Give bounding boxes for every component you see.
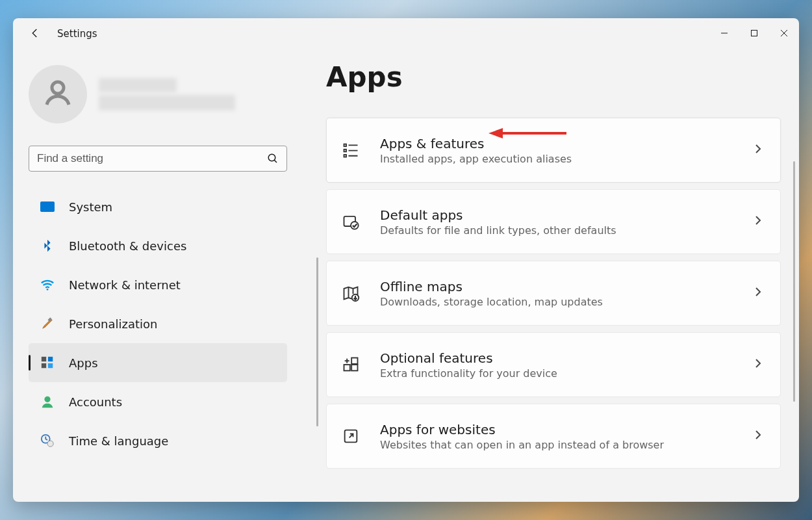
sidebar-item-time-language[interactable]: Time & language: [29, 421, 287, 460]
title-bar: Settings: [13, 18, 799, 49]
profile-text: [99, 78, 235, 110]
sidebar-item-system[interactable]: System: [29, 187, 287, 226]
chevron-right-icon: [753, 215, 766, 228]
back-arrow-icon: [29, 27, 41, 41]
sidebar: System Bluetooth & devices Network & int…: [13, 49, 318, 502]
svg-rect-1: [752, 30, 757, 36]
app-title: Settings: [57, 28, 97, 40]
card-title: Default apps: [380, 207, 733, 223]
card-text: Apps for websites Websites that can open…: [380, 422, 733, 451]
account-icon: [40, 395, 55, 409]
back-button[interactable]: [22, 21, 48, 47]
sidebar-item-label: Personalization: [69, 317, 157, 331]
person-icon: [42, 77, 73, 111]
svg-rect-17: [344, 150, 347, 152]
svg-rect-31: [351, 358, 357, 364]
sidebar-item-label: Time & language: [69, 434, 168, 448]
profile-block[interactable]: [29, 65, 303, 124]
content-area: System Bluetooth & devices Network & int…: [13, 49, 799, 502]
close-button[interactable]: [769, 18, 799, 49]
maximize-button[interactable]: [739, 18, 769, 49]
svg-point-13: [44, 396, 50, 402]
search-field[interactable]: [29, 146, 287, 172]
sidebar-item-label: Accounts: [69, 395, 122, 409]
search-icon: [267, 153, 279, 167]
minimize-button[interactable]: [709, 18, 739, 49]
sidebar-item-personalization[interactable]: Personalization: [29, 304, 287, 343]
sidebar-item-label: Bluetooth & devices: [69, 239, 186, 253]
bluetooth-icon: [40, 239, 55, 253]
map-download-icon: [341, 283, 361, 303]
clock-globe-icon: [40, 434, 55, 448]
default-apps-icon: [341, 212, 361, 231]
close-icon: [780, 29, 788, 39]
card-title: Apps for websites: [380, 422, 733, 437]
nav-list: System Bluetooth & devices Network & int…: [29, 187, 287, 460]
optional-features-icon: [341, 355, 361, 374]
avatar: [29, 65, 87, 124]
sidebar-item-accounts[interactable]: Accounts: [29, 382, 287, 421]
card-subtitle: Downloads, storage location, map updates: [380, 296, 733, 308]
page-title: Apps: [326, 61, 781, 93]
optional-features-item[interactable]: Optional features Extra functionality fo…: [326, 332, 781, 397]
chevron-right-icon: [753, 144, 766, 157]
svg-point-5: [268, 154, 275, 161]
card-subtitle: Installed apps, app execution aliases: [380, 153, 733, 165]
main-panel: Apps Apps & features Installed apps, app…: [318, 49, 799, 502]
svg-rect-29: [344, 365, 350, 370]
chevron-right-icon: [753, 287, 766, 300]
svg-point-7: [47, 289, 49, 291]
card-text: Default apps Defaults for file and link …: [380, 207, 733, 237]
settings-list: Apps & features Installed apps, app exec…: [326, 118, 781, 469]
card-subtitle: Defaults for file and link types, other …: [380, 224, 733, 237]
search-input[interactable]: [37, 152, 259, 165]
card-subtitle: Extra functionality for your device: [380, 367, 733, 380]
wifi-icon: [40, 279, 55, 291]
account-name-redacted: [99, 78, 177, 92]
card-text: Optional features Extra functionality fo…: [380, 350, 733, 380]
sidebar-item-bluetooth[interactable]: Bluetooth & devices: [29, 226, 287, 265]
card-subtitle: Websites that can open in an app instead…: [380, 439, 733, 451]
maximize-icon: [750, 29, 758, 39]
open-external-icon: [341, 426, 361, 446]
apps-features-item[interactable]: Apps & features Installed apps, app exec…: [326, 118, 781, 183]
svg-line-6: [274, 160, 277, 162]
monitor-icon: [40, 200, 55, 214]
svg-rect-9: [42, 357, 46, 361]
default-apps-item[interactable]: Default apps Defaults for file and link …: [326, 189, 781, 254]
card-title: Optional features: [380, 350, 733, 366]
svg-rect-16: [344, 144, 347, 147]
apps-icon: [40, 356, 55, 370]
svg-point-15: [47, 441, 53, 447]
settings-window: Settings: [13, 18, 799, 502]
card-text: Apps & features Installed apps, app exec…: [380, 136, 733, 165]
svg-point-4: [52, 82, 64, 94]
svg-rect-18: [344, 155, 347, 157]
account-email-redacted: [99, 95, 235, 110]
offline-maps-item[interactable]: Offline maps Downloads, storage location…: [326, 261, 781, 326]
apps-for-websites-item[interactable]: Apps for websites Websites that can open…: [326, 404, 781, 469]
svg-rect-10: [48, 357, 53, 361]
card-title: Offline maps: [380, 279, 733, 294]
sidebar-item-label: System: [69, 200, 112, 214]
svg-rect-30: [351, 365, 357, 370]
minimize-icon: [720, 29, 728, 39]
sidebar-item-apps[interactable]: Apps: [29, 343, 287, 382]
svg-rect-12: [48, 363, 53, 368]
card-title: Apps & features: [380, 136, 733, 151]
list-icon: [341, 140, 361, 160]
sidebar-item-network[interactable]: Network & internet: [29, 265, 287, 304]
chevron-right-icon: [753, 358, 766, 371]
sidebar-item-label: Apps: [69, 356, 98, 370]
card-text: Offline maps Downloads, storage location…: [380, 279, 733, 308]
svg-rect-11: [42, 363, 46, 368]
sidebar-item-label: Network & internet: [69, 278, 181, 292]
window-controls: [709, 18, 799, 49]
chevron-right-icon: [753, 430, 766, 443]
paintbrush-icon: [40, 317, 55, 331]
main-scrollbar[interactable]: [793, 161, 795, 402]
